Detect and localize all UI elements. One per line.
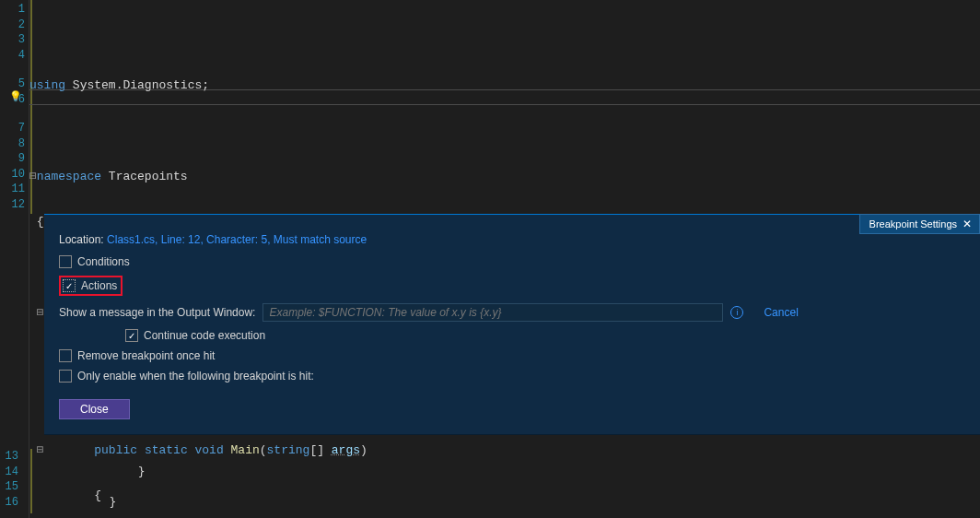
- actions-highlight-box: Actions: [59, 276, 122, 296]
- continue-execution-checkbox[interactable]: [125, 329, 138, 342]
- show-message-label: Show a message in the Output Window:: [59, 306, 255, 319]
- continue-execution-label: Continue code execution: [144, 329, 265, 342]
- line-numbers-below: 13 14 15 16: [0, 449, 22, 510]
- lightbulb-icon[interactable]: 💡: [9, 89, 22, 105]
- breakpoint-location: Location: Class1.cs, Line: 12, Character…: [59, 233, 965, 246]
- conditions-label: Conditions: [77, 255, 130, 268]
- close-button[interactable]: Close: [59, 399, 130, 419]
- breakpoint-settings-panel: Breakpoint Settings ✕ Location: Class1.c…: [44, 214, 980, 435]
- actions-checkbox[interactable]: [63, 279, 76, 292]
- info-icon[interactable]: i: [730, 306, 743, 319]
- remove-once-hit-checkbox[interactable]: [59, 349, 72, 362]
- cancel-link[interactable]: Cancel: [764, 306, 798, 319]
- line-number-gutter: 1 2 3 4 5 6 7 8 9 10 11 12: [0, 0, 29, 518]
- conditions-checkbox[interactable]: [59, 255, 72, 268]
- only-enable-when-checkbox[interactable]: [59, 370, 72, 383]
- line-number: 1: [4, 2, 25, 18]
- tracepoint-message-input[interactable]: [262, 303, 723, 322]
- code-below-panel[interactable]: } } } }: [44, 449, 146, 518]
- only-enable-when-label: Only enable when the following breakpoin…: [77, 370, 314, 383]
- remove-once-hit-label: Remove breakpoint once hit: [77, 349, 215, 362]
- panel-title: Breakpoint Settings: [869, 218, 957, 230]
- actions-label: Actions: [81, 279, 117, 292]
- close-icon[interactable]: ✕: [962, 218, 972, 230]
- panel-title-bar: Breakpoint Settings ✕: [859, 214, 980, 234]
